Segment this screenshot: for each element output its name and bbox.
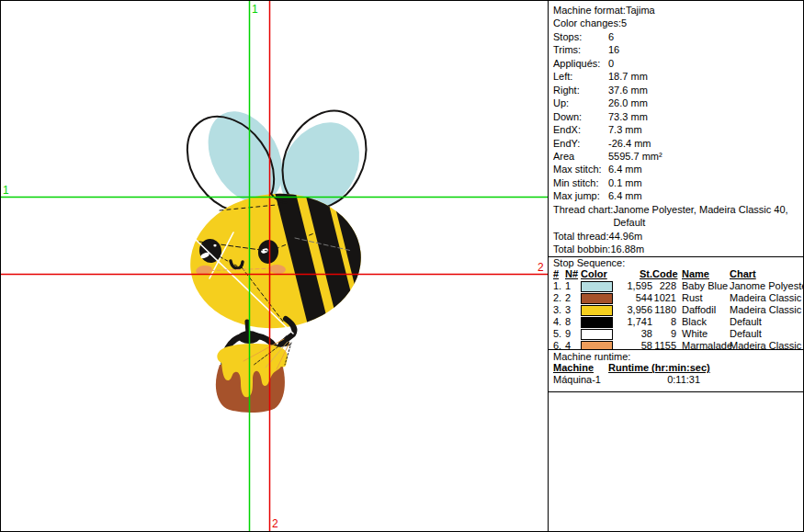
info-row: Total bobbin:16.88m bbox=[553, 243, 802, 255]
info-label: Area bbox=[553, 150, 608, 163]
info-label: Max stitch: bbox=[553, 163, 608, 175]
stop-sequence-header: # N# Color St. Code Name Chart bbox=[553, 268, 802, 280]
info-value: Janome Polyester, Madeira Classic 40, De… bbox=[613, 203, 802, 230]
thread-name: Baby Blue bbox=[676, 280, 728, 292]
thread-chart: Default bbox=[728, 316, 802, 328]
col-header-color: Color bbox=[581, 268, 616, 280]
info-row: Machine format:Tajima bbox=[553, 4, 802, 17]
info-row: Right:37.6 mm bbox=[553, 84, 802, 96]
machine-runtime-section: Machine runtime: Machine Runtime (hr:min… bbox=[549, 349, 804, 391]
stop-sequence-row[interactable]: 5. 9 38 9 White Default bbox=[553, 328, 802, 340]
stop-num: 6. bbox=[553, 340, 565, 349]
needle-num: 4 bbox=[565, 340, 581, 349]
empty-panel-section bbox=[549, 391, 804, 531]
machine-name: Máquina-1 bbox=[553, 374, 606, 386]
design-canvas[interactable]: 1 1 2 2 bbox=[1, 1, 548, 531]
info-row: EndX:7.3 mm bbox=[553, 123, 802, 136]
info-row: Area5595.7 mm² bbox=[553, 150, 802, 163]
runtime-value: 0:11:31 bbox=[608, 374, 700, 386]
col-header-st: St. bbox=[616, 268, 652, 280]
thread-chart: Madeira Classic 40 bbox=[728, 304, 804, 316]
col-header-num: # bbox=[553, 268, 565, 280]
thread-color-swatch bbox=[581, 317, 613, 328]
info-label: Total bobbin: bbox=[553, 243, 610, 255]
needle-num: 1 bbox=[565, 280, 581, 292]
info-label: Max jump: bbox=[553, 189, 608, 202]
embroidery-app-window: 1 1 2 2 Machine format:Tajima Color chan… bbox=[0, 0, 804, 532]
thread-code: 8 bbox=[652, 316, 676, 328]
stitch-count: 3,956 bbox=[616, 304, 652, 316]
thread-chart: Madeira Classic 40 bbox=[728, 340, 804, 349]
info-value: 16 bbox=[608, 43, 802, 56]
info-label: EndX: bbox=[553, 123, 608, 136]
needle-num: 3 bbox=[565, 304, 581, 316]
stop-num: 5. bbox=[553, 328, 565, 340]
stitch-count: 58 bbox=[616, 340, 652, 349]
needle-num: 2 bbox=[565, 292, 581, 304]
col-header-machine: Machine bbox=[553, 362, 606, 374]
info-value: 37.6 mm bbox=[608, 84, 802, 96]
info-label: EndY: bbox=[553, 137, 608, 150]
info-label: Color changes: bbox=[553, 17, 621, 29]
thread-color-swatch bbox=[581, 305, 613, 316]
stop-sequence-row[interactable]: 3. 3 3,956 1180 Daffodil Madeira Classic… bbox=[553, 304, 802, 316]
stop-num: 4. bbox=[553, 316, 565, 328]
thread-code: 1180 bbox=[652, 304, 676, 316]
guide-label-bottom: 2 bbox=[272, 517, 278, 530]
info-value: 26.0 mm bbox=[608, 96, 802, 109]
thread-chart: Default bbox=[728, 328, 802, 340]
stop-sequence-row[interactable]: 2. 2 544 1021 Rust Madeira Classic 40 bbox=[553, 292, 802, 304]
thread-name: Daffodil bbox=[676, 304, 728, 316]
thread-name: Rust bbox=[676, 292, 728, 304]
needle-num: 8 bbox=[565, 316, 581, 328]
thread-name: Marmalade bbox=[676, 340, 728, 349]
info-row: Thread chart:Janome Polyester, Madeira C… bbox=[553, 203, 802, 230]
info-value: 0.1 mm bbox=[608, 176, 802, 189]
info-label: Up: bbox=[553, 96, 608, 109]
stop-num: 2. bbox=[553, 292, 565, 304]
info-label: Appliqués: bbox=[553, 57, 608, 70]
col-header-n: N# bbox=[565, 268, 581, 280]
info-row: Min stitch:0.1 mm bbox=[553, 176, 802, 189]
info-value: 44.96m bbox=[609, 230, 802, 243]
runtime-row: Máquina-1 0:11:31 bbox=[553, 374, 802, 386]
info-label: Machine format: bbox=[553, 4, 626, 17]
stop-sequence-row[interactable]: 1. 1 1,595 228 Baby Blue Janome Polyeste… bbox=[553, 280, 802, 292]
design-stats-section: Machine format:Tajima Color changes:5 St… bbox=[549, 1, 804, 256]
thread-code: 1021 bbox=[652, 292, 676, 304]
stitch-count: 1,741 bbox=[616, 316, 652, 328]
properties-panel: Machine format:Tajima Color changes:5 St… bbox=[548, 1, 804, 531]
info-row: Max jump:6.4 mm bbox=[553, 189, 802, 202]
info-label: Right: bbox=[553, 84, 608, 96]
info-row: Up:26.0 mm bbox=[553, 96, 802, 109]
info-value: 0 bbox=[608, 57, 802, 70]
info-row: Max stitch:6.4 mm bbox=[553, 163, 802, 175]
thread-chart: Janome Polyester bbox=[728, 280, 804, 292]
info-row: Color changes:5 bbox=[553, 17, 802, 29]
info-row: Appliqués:0 bbox=[553, 57, 802, 70]
info-value: 7.3 mm bbox=[608, 123, 802, 136]
info-value: 18.7 mm bbox=[608, 70, 802, 83]
guide-label-right: 2 bbox=[538, 261, 544, 274]
info-label: Stops: bbox=[553, 30, 608, 43]
runtime-header: Machine Runtime (hr:min:sec) bbox=[553, 362, 802, 374]
thread-name: White bbox=[676, 328, 728, 340]
info-value: 6.4 mm bbox=[608, 189, 802, 202]
col-header-name: Name bbox=[676, 268, 728, 280]
info-row: EndY:-26.4 mm bbox=[553, 137, 802, 150]
info-label: Left: bbox=[553, 70, 608, 83]
guide-label-left: 1 bbox=[3, 184, 9, 197]
info-row: Total thread:44.96m bbox=[553, 230, 802, 243]
stitch-count: 38 bbox=[616, 328, 652, 340]
stop-sequence-row[interactable]: 4. 8 1,741 8 Black Default bbox=[553, 316, 802, 328]
stop-sequence-section: Stop Sequence: # N# Color St. Code Name … bbox=[549, 256, 804, 349]
stitch-count: 544 bbox=[616, 292, 652, 304]
thread-color-swatch bbox=[581, 329, 613, 340]
stop-sequence-row[interactable]: 6. 4 58 1155 Marmalade Madeira Classic 4… bbox=[553, 340, 802, 349]
col-header-runtime: Runtime (hr:min:sec) bbox=[608, 362, 700, 374]
info-value: 6 bbox=[608, 30, 802, 43]
info-label: Min stitch: bbox=[553, 176, 608, 189]
info-value: 6.4 mm bbox=[608, 163, 802, 175]
needle-num: 9 bbox=[565, 328, 581, 340]
info-label: Thread chart: bbox=[553, 203, 613, 230]
